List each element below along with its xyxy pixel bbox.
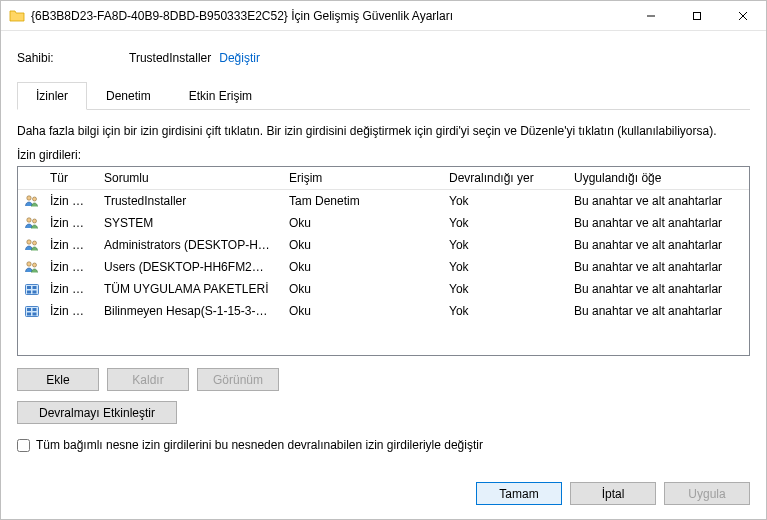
svg-rect-20	[27, 313, 31, 316]
cell-inherited: Yok	[439, 280, 564, 298]
cell-inherited: Yok	[439, 258, 564, 276]
table-row[interactable]: İzin VerAdministrators (DESKTOP-HH...Oku…	[18, 234, 749, 256]
cell-principal: SYSTEM	[94, 214, 279, 232]
svg-point-7	[33, 219, 37, 223]
maximize-button[interactable]	[674, 1, 720, 30]
svg-rect-14	[33, 286, 37, 289]
enable-inheritance-button[interactable]: Devralmayı Etkinleştir	[17, 401, 177, 424]
svg-rect-13	[27, 286, 31, 289]
svg-rect-19	[33, 308, 37, 311]
cell-type: İzin Ver	[40, 236, 94, 254]
minimize-button[interactable]	[628, 1, 674, 30]
svg-rect-1	[694, 12, 701, 19]
cell-type: İzin Ver	[40, 214, 94, 232]
cell-principal: Administrators (DESKTOP-HH...	[94, 236, 279, 254]
svg-point-11	[33, 263, 37, 267]
svg-point-5	[33, 197, 37, 201]
package-icon	[18, 279, 40, 299]
owner-value: TrustedInstaller	[129, 51, 211, 65]
package-icon	[18, 301, 40, 321]
tab-effective-access[interactable]: Etkin Erişim	[170, 82, 271, 110]
col-type[interactable]: Tür	[40, 167, 94, 189]
view-button[interactable]: Görünüm	[197, 368, 279, 391]
cell-access: Oku	[279, 214, 439, 232]
cell-type: İzin Ver	[40, 192, 94, 210]
cell-principal: Bilinmeyen Hesap(S-1-15-3-1...	[94, 302, 279, 320]
cell-inherited: Yok	[439, 302, 564, 320]
svg-rect-16	[33, 291, 37, 294]
table-row[interactable]: İzin VerTÜM UYGULAMA PAKETLERİOkuYokBu a…	[18, 278, 749, 300]
cell-type: İzin Ver	[40, 258, 94, 276]
description-text: Daha fazla bilgi için bir izin girdisini…	[17, 124, 750, 138]
col-inherited[interactable]: Devralındığı yer	[439, 167, 564, 189]
apply-button[interactable]: Uygula	[664, 482, 750, 505]
cell-access: Oku	[279, 236, 439, 254]
svg-rect-18	[27, 308, 31, 311]
cell-inherited: Yok	[439, 192, 564, 210]
people-icon	[18, 257, 40, 277]
table-row[interactable]: İzin VerSYSTEMOkuYokBu anahtar ve alt an…	[18, 212, 749, 234]
replace-child-entries-label: Tüm bağımlı nesne izin girdilerini bu ne…	[36, 438, 483, 452]
window-title: {6B3B8D23-FA8D-40B9-8DBD-B950333E2C52} İ…	[31, 9, 628, 23]
cell-inherited: Yok	[439, 236, 564, 254]
owner-row: Sahibi: TrustedInstaller Değiştir	[17, 51, 750, 65]
list-header: Tür Sorumlu Erişim Devralındığı yer Uygu…	[18, 167, 749, 190]
cell-type: İzin Ver	[40, 302, 94, 320]
cell-access: Tam Denetim	[279, 192, 439, 210]
change-owner-link[interactable]: Değiştir	[219, 51, 260, 65]
cell-access: Oku	[279, 258, 439, 276]
tabs: İzinler Denetim Etkin Erişim	[17, 81, 750, 110]
cell-applies: Bu anahtar ve alt anahtarlar	[564, 236, 749, 254]
col-principal[interactable]: Sorumlu	[94, 167, 279, 189]
col-applies[interactable]: Uygulandığı öğe	[564, 167, 749, 189]
svg-point-9	[33, 241, 37, 245]
svg-rect-15	[27, 291, 31, 294]
cell-type: İzin Ver	[40, 280, 94, 298]
add-button[interactable]: Ekle	[17, 368, 99, 391]
cancel-button[interactable]: İptal	[570, 482, 656, 505]
folder-icon	[9, 8, 25, 24]
svg-point-6	[27, 218, 31, 222]
svg-point-8	[27, 240, 31, 244]
cell-applies: Bu anahtar ve alt anahtarlar	[564, 302, 749, 320]
ok-button[interactable]: Tamam	[476, 482, 562, 505]
cell-applies: Bu anahtar ve alt anahtarlar	[564, 192, 749, 210]
advanced-security-window: {6B3B8D23-FA8D-40B9-8DBD-B950333E2C52} İ…	[0, 0, 767, 520]
people-icon	[18, 213, 40, 233]
owner-label: Sahibi:	[17, 51, 129, 65]
tab-auditing[interactable]: Denetim	[87, 82, 170, 110]
table-row[interactable]: İzin VerTrustedInstallerTam DenetimYokBu…	[18, 190, 749, 212]
tab-permissions[interactable]: İzinler	[17, 82, 87, 110]
cell-inherited: Yok	[439, 214, 564, 232]
permission-entries-list[interactable]: Tür Sorumlu Erişim Devralındığı yer Uygu…	[17, 166, 750, 356]
dialog-footer: Tamam İptal Uygula	[1, 472, 766, 519]
col-access[interactable]: Erişim	[279, 167, 439, 189]
cell-principal: Users (DESKTOP-HH6FM2D\U...	[94, 258, 279, 276]
replace-child-entries-checkbox[interactable]	[17, 439, 30, 452]
cell-applies: Bu anahtar ve alt anahtarlar	[564, 258, 749, 276]
cell-principal: TrustedInstaller	[94, 192, 279, 210]
window-controls	[628, 1, 766, 30]
table-row[interactable]: İzin VerUsers (DESKTOP-HH6FM2D\U...OkuYo…	[18, 256, 749, 278]
entries-label: İzin girdileri:	[17, 148, 750, 162]
svg-point-10	[27, 262, 31, 266]
cell-access: Oku	[279, 280, 439, 298]
people-icon	[18, 235, 40, 255]
people-icon	[18, 191, 40, 211]
table-row[interactable]: İzin VerBilinmeyen Hesap(S-1-15-3-1...Ok…	[18, 300, 749, 322]
titlebar: {6B3B8D23-FA8D-40B9-8DBD-B950333E2C52} İ…	[1, 1, 766, 31]
cell-principal: TÜM UYGULAMA PAKETLERİ	[94, 280, 279, 298]
close-button[interactable]	[720, 1, 766, 30]
svg-point-4	[27, 196, 31, 200]
cell-applies: Bu anahtar ve alt anahtarlar	[564, 280, 749, 298]
cell-access: Oku	[279, 302, 439, 320]
svg-rect-21	[33, 313, 37, 316]
remove-button[interactable]: Kaldır	[107, 368, 189, 391]
cell-applies: Bu anahtar ve alt anahtarlar	[564, 214, 749, 232]
